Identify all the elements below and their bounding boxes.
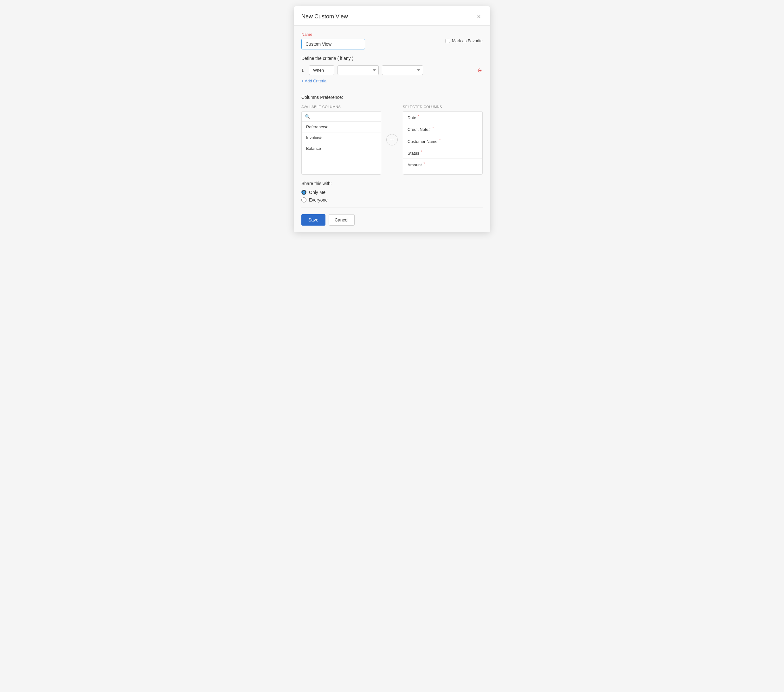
- required-star: *: [439, 138, 440, 142]
- required-star: *: [423, 161, 425, 165]
- criteria-select-2[interactable]: [382, 65, 423, 75]
- list-item[interactable]: Date *: [403, 112, 482, 123]
- list-item[interactable]: Amount *: [403, 159, 482, 170]
- only-me-radio-row[interactable]: Only Me: [301, 190, 483, 195]
- criteria-when: When: [309, 65, 334, 75]
- transfer-icon: →: [389, 137, 395, 143]
- selected-columns-panel: SELECTED COLUMNS Date * Credit Note# * C…: [403, 105, 483, 175]
- list-item[interactable]: Credit Note# *: [403, 123, 482, 135]
- remove-criteria-button[interactable]: ⊖: [477, 67, 483, 74]
- close-button[interactable]: ×: [475, 13, 483, 20]
- available-columns-box: 🔍 Reference# Invoice# Balance: [301, 111, 381, 175]
- required-star: *: [421, 150, 422, 154]
- name-row: Name Mark as Favorite: [301, 32, 483, 49]
- transfer-columns-button[interactable]: →: [386, 134, 398, 145]
- name-field-group: Name: [301, 32, 439, 49]
- name-label: Name: [301, 32, 439, 37]
- everyone-radio-row[interactable]: Everyone: [301, 198, 483, 203]
- mark-as-favorite-checkbox[interactable]: [446, 39, 450, 43]
- columns-layout: AVAILABLE COLUMNS 🔍 Reference# Invoice# …: [301, 105, 483, 175]
- available-columns-panel: AVAILABLE COLUMNS 🔍 Reference# Invoice# …: [301, 105, 381, 175]
- name-input[interactable]: [301, 39, 365, 49]
- favorite-label-text: Mark as Favorite: [452, 38, 483, 43]
- footer-divider: [301, 208, 483, 208]
- cancel-button[interactable]: Cancel: [329, 214, 355, 226]
- new-custom-view-modal: New Custom View × Name Mark as Favorite …: [294, 7, 490, 232]
- list-item[interactable]: Status *: [403, 147, 482, 159]
- list-item[interactable]: Invoice#: [302, 132, 381, 143]
- search-icon: 🔍: [305, 114, 310, 119]
- only-me-label: Only Me: [309, 190, 325, 195]
- criteria-row-1: 1 When ⊖: [301, 65, 483, 75]
- list-item[interactable]: Balance: [302, 143, 381, 154]
- required-star: *: [418, 114, 419, 118]
- modal-header: New Custom View ×: [294, 7, 490, 26]
- column-search-input[interactable]: [312, 114, 378, 119]
- list-item[interactable]: Customer Name *: [403, 135, 482, 147]
- available-columns-label: AVAILABLE COLUMNS: [301, 105, 381, 109]
- only-me-radio[interactable]: [301, 190, 306, 195]
- criteria-section: Define the criteria ( if any ) 1 When ⊖ …: [301, 56, 483, 90]
- criteria-number: 1: [301, 68, 306, 72]
- criteria-title: Define the criteria ( if any ): [301, 56, 483, 61]
- mark-as-favorite-label[interactable]: Mark as Favorite: [446, 38, 483, 43]
- everyone-label: Everyone: [309, 198, 328, 203]
- share-title: Share this with:: [301, 181, 483, 186]
- selected-columns-label: SELECTED COLUMNS: [403, 105, 483, 109]
- columns-pref-title: Columns Preference:: [301, 95, 483, 100]
- list-item[interactable]: Reference#: [302, 122, 381, 132]
- columns-pref-section: Columns Preference: AVAILABLE COLUMNS 🔍 …: [301, 95, 483, 175]
- search-row: 🔍: [302, 112, 381, 122]
- everyone-radio[interactable]: [301, 198, 306, 203]
- criteria-select-1[interactable]: [338, 65, 379, 75]
- required-star: *: [433, 126, 434, 130]
- modal-body: Name Mark as Favorite Define the criteri…: [294, 26, 490, 232]
- modal-title: New Custom View: [301, 13, 348, 20]
- save-button[interactable]: Save: [301, 214, 325, 226]
- footer-buttons: Save Cancel: [301, 213, 483, 226]
- add-criteria-button[interactable]: + Add Criteria: [301, 79, 326, 83]
- selected-columns-box: Date * Credit Note# * Customer Name * St…: [403, 111, 483, 175]
- share-section: Share this with: Only Me Everyone: [301, 181, 483, 203]
